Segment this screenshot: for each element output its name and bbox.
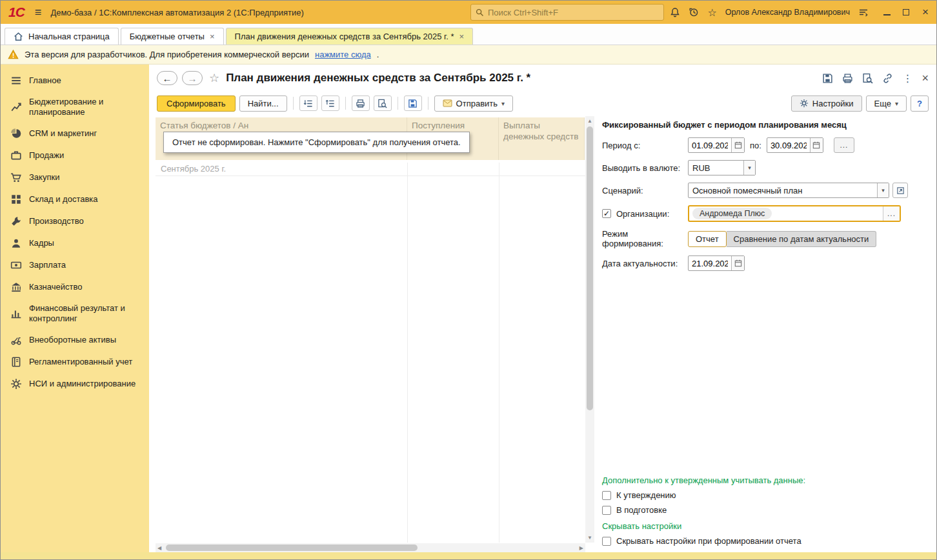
tab-home[interactable]: Начальная страница bbox=[5, 28, 119, 45]
sidebar-item-label: Регламентированный учет bbox=[29, 357, 132, 367]
scroll-down-icon[interactable]: ▼ bbox=[585, 533, 594, 543]
chevron-down-icon[interactable]: ▾ bbox=[877, 183, 889, 197]
collapse-levels-button[interactable] bbox=[321, 95, 339, 111]
more-actions-icon[interactable]: ⋮ bbox=[902, 72, 912, 85]
close-document-icon[interactable]: × bbox=[922, 72, 929, 85]
purchase-link[interactable]: нажмите сюда bbox=[315, 50, 371, 59]
organization-tag[interactable]: Андромеда Плюс bbox=[692, 208, 772, 219]
expand-levels-button[interactable] bbox=[299, 95, 317, 111]
horizontal-scrollbar[interactable]: ◀ ▶ bbox=[156, 543, 585, 552]
period-from-input[interactable] bbox=[689, 141, 731, 150]
actual-date-input[interactable] bbox=[689, 259, 731, 268]
tab-bar: Начальная страница Бюджетные отчеты × Пл… bbox=[1, 24, 936, 45]
save-result-button[interactable] bbox=[404, 95, 422, 111]
preview-button[interactable] bbox=[374, 95, 392, 111]
sidebar-item-budgeting[interactable]: Бюджетирование и планирование bbox=[1, 92, 149, 123]
more-button[interactable]: Еще ▾ bbox=[866, 95, 907, 112]
organizations-checkbox[interactable]: ✓ bbox=[602, 209, 611, 218]
period-more-button[interactable]: ... bbox=[834, 137, 854, 153]
to-approve-checkbox[interactable] bbox=[602, 491, 611, 500]
tab-cash-flow-plan[interactable]: План движения денежных средств за Сентяб… bbox=[226, 28, 474, 45]
currency-combo[interactable]: RUB ▾ bbox=[688, 160, 756, 175]
mode-report-option[interactable]: Отчет bbox=[688, 231, 727, 247]
global-search[interactable] bbox=[470, 4, 664, 21]
horizontal-scroll-thumb[interactable] bbox=[166, 545, 418, 551]
service-menu-icon[interactable] bbox=[858, 7, 869, 17]
hide-on-generate-checkbox[interactable] bbox=[602, 537, 611, 546]
organizations-label: Организации: bbox=[616, 209, 669, 219]
sidebar-item-warehouse[interactable]: Склад и доставка bbox=[1, 188, 149, 210]
scroll-right-icon[interactable]: ▶ bbox=[578, 543, 585, 553]
history-icon[interactable] bbox=[689, 7, 699, 17]
sidebar-item-fixed-assets[interactable]: Внеоборотные активы bbox=[1, 329, 149, 351]
period-to-field[interactable] bbox=[767, 137, 823, 153]
add-favorite-star-icon[interactable]: ☆ bbox=[209, 71, 219, 85]
to-approve-label: К утверждению bbox=[616, 490, 676, 500]
get-link-icon[interactable] bbox=[882, 73, 893, 84]
favorites-star-icon[interactable]: ☆ bbox=[707, 6, 716, 19]
settings-button[interactable]: Настройки bbox=[791, 95, 862, 112]
app-window: 1С ≡ Демо-база / 1С:Комплексная автомати… bbox=[0, 0, 937, 560]
sidebar-item-label: Казначейство bbox=[29, 282, 82, 292]
search-input[interactable] bbox=[488, 8, 660, 17]
bar-chart-icon bbox=[10, 308, 22, 319]
scenario-combo[interactable]: Основной помесячный план ▾ bbox=[688, 183, 889, 198]
sidebar-item-payroll[interactable]: Зарплата bbox=[1, 254, 149, 276]
calendar-icon[interactable] bbox=[731, 138, 744, 152]
sidebar-item-treasury[interactable]: Казначейство bbox=[1, 276, 149, 298]
dev-version-warning: Эта версия для разработчиков. Для приобр… bbox=[1, 45, 936, 65]
settings-label: Настройки bbox=[812, 99, 854, 108]
organizations-more-button[interactable]: ... bbox=[883, 206, 900, 221]
sidebar-item-administration[interactable]: НСИ и администрирование bbox=[1, 373, 149, 395]
print-preview-icon[interactable] bbox=[862, 73, 873, 84]
maximize-button[interactable] bbox=[902, 8, 911, 17]
hide-settings-link[interactable]: Скрывать настройки bbox=[602, 521, 927, 531]
minimize-button[interactable] bbox=[882, 8, 891, 17]
save-icon[interactable] bbox=[822, 73, 833, 84]
period-to-input[interactable] bbox=[767, 141, 810, 150]
actual-date-field[interactable] bbox=[688, 255, 745, 271]
generate-button[interactable]: Сформировать bbox=[157, 95, 236, 112]
sidebar-item-hr[interactable]: Кадры bbox=[1, 232, 149, 254]
additional-data-link[interactable]: Дополнительно к утвержденным учитывать д… bbox=[602, 475, 927, 485]
chevron-down-icon[interactable]: ▾ bbox=[743, 161, 755, 175]
scroll-left-icon[interactable]: ◀ bbox=[156, 543, 163, 553]
find-button[interactable]: Найти... bbox=[239, 95, 287, 112]
in-preparation-checkbox[interactable] bbox=[602, 506, 611, 515]
scenario-label: Сценарий: bbox=[602, 186, 688, 195]
sidebar-item-production[interactable]: Производство bbox=[1, 210, 149, 232]
mode-compare-option[interactable]: Сравнение по датам актуальности bbox=[727, 231, 877, 247]
print-icon[interactable] bbox=[842, 73, 853, 84]
calendar-icon[interactable] bbox=[731, 256, 744, 270]
sidebar-item-label: Бюджетирование и планирование bbox=[29, 97, 144, 117]
mode-label: Режим формирования: bbox=[602, 229, 688, 248]
chevron-down-icon: ▾ bbox=[895, 100, 898, 107]
tab-budget-reports[interactable]: Бюджетные отчеты × bbox=[121, 28, 224, 45]
help-button[interactable]: ? bbox=[911, 95, 929, 112]
scroll-up-icon[interactable]: ▲ bbox=[585, 116, 594, 126]
vertical-scrollbar[interactable]: ▲ ▼ bbox=[585, 116, 594, 543]
pie-chart-icon bbox=[10, 128, 22, 139]
sidebar-item-sales[interactable]: Продажи bbox=[1, 145, 149, 166]
forward-button[interactable]: → bbox=[182, 71, 203, 85]
sidebar-item-regulated-accounting[interactable]: Регламентированный учет bbox=[1, 351, 149, 373]
calendar-icon[interactable] bbox=[810, 138, 823, 152]
send-button[interactable]: Отправить ▾ bbox=[434, 95, 514, 112]
print-button[interactable] bbox=[352, 95, 370, 111]
sidebar-item-purchases[interactable]: Закупки bbox=[1, 166, 149, 188]
vertical-scroll-thumb[interactable] bbox=[587, 126, 593, 410]
sidebar-item-main[interactable]: Главное bbox=[1, 70, 149, 92]
sidebar-item-crm[interactable]: CRM и маркетинг bbox=[1, 123, 149, 145]
open-scenario-button[interactable] bbox=[892, 183, 908, 198]
main-menu-icon[interactable]: ≡ bbox=[32, 6, 45, 19]
tab-close-icon[interactable]: × bbox=[459, 34, 465, 40]
cart-icon bbox=[10, 172, 22, 183]
close-window-button[interactable]: × bbox=[921, 8, 930, 17]
sidebar-item-finance-result[interactable]: Финансовый результат и контроллинг bbox=[1, 298, 149, 329]
notifications-bell-icon[interactable] bbox=[670, 7, 680, 17]
organizations-field[interactable]: Андромеда Плюс ... bbox=[688, 205, 901, 222]
back-button[interactable]: ← bbox=[157, 71, 177, 85]
current-user[interactable]: Орлов Александр Владимирович bbox=[725, 8, 850, 17]
period-from-field[interactable] bbox=[688, 137, 745, 153]
tab-close-icon[interactable]: × bbox=[210, 34, 215, 40]
